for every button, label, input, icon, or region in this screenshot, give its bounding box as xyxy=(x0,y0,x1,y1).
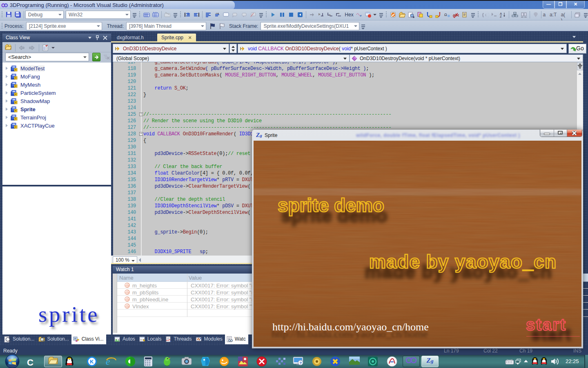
svg-text:abc: abc xyxy=(453,13,459,17)
svg-text:K: K xyxy=(90,359,94,365)
svg-text:?: ? xyxy=(300,361,302,365)
svg-text:{﹙}: {﹙} xyxy=(482,12,488,17)
svg-text:Ω: Ω xyxy=(444,13,447,17)
svg-text:Z: Z xyxy=(500,15,502,18)
